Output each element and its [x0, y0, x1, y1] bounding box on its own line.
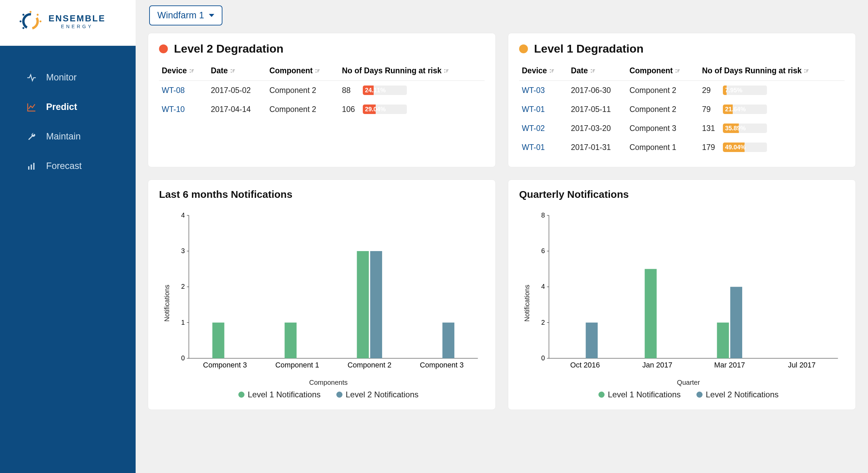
cell-component: Component 1 [627, 138, 699, 157]
svg-point-6 [20, 20, 22, 22]
brand-logo: ENSEMBLE ENERGY [0, 0, 136, 46]
sort-icon [315, 67, 320, 76]
nav-item-predict[interactable]: Predict [0, 92, 136, 122]
status-dot-orange [519, 44, 528, 53]
caret-down-icon [209, 14, 214, 17]
nav-label: Maintain [46, 131, 81, 142]
table-row[interactable]: WT-012017-01-31Component 117949.04% [519, 138, 845, 157]
nav-item-forecast[interactable]: Forecast [0, 151, 136, 181]
chart-bar [357, 251, 369, 358]
six-months-chart-card: Last 6 months Notifications Notification… [148, 179, 496, 410]
cell-device: WT-10 [159, 100, 208, 119]
svg-text:Jan 2017: Jan 2017 [642, 361, 672, 370]
cell-risk: 7921.64% [699, 100, 845, 119]
svg-text:Component 3: Component 3 [420, 361, 463, 370]
card-title: Level 2 Degradation [174, 42, 283, 55]
svg-text:0: 0 [181, 354, 185, 362]
table-row[interactable]: WT-082017-05-02Component 28824.11% [159, 81, 485, 100]
legend-dot-steel [696, 392, 703, 398]
windfarm-selector[interactable]: Windfarm 1 [149, 5, 222, 25]
svg-point-5 [22, 27, 24, 29]
column-header-component[interactable]: Component [627, 61, 699, 81]
nav-item-monitor[interactable]: Monitor [0, 63, 136, 92]
svg-text:0: 0 [541, 354, 545, 362]
table-row[interactable]: WT-102017-04-14Component 210629.04% [159, 100, 485, 119]
card-title: Level 1 Degradation [534, 42, 644, 55]
quarterly-chart-card: Quarterly Notifications Notifications 02… [508, 179, 856, 410]
chart-bar [370, 251, 382, 358]
svg-text:Component 1: Component 1 [275, 361, 319, 370]
nav-label: Monitor [46, 72, 77, 83]
risk-bar: 35.89% [723, 124, 767, 133]
table-row[interactable]: WT-032017-06-30Component 2297.95% [519, 81, 845, 100]
line-chart-icon [26, 102, 37, 112]
table-row[interactable]: WT-022017-03-20Component 313135.89% [519, 119, 845, 138]
column-header-date[interactable]: Date [208, 61, 267, 81]
bar-chart-icon [26, 161, 37, 171]
cell-risk: 17949.04% [699, 138, 845, 157]
legend-dot-green [598, 392, 605, 398]
svg-text:4: 4 [541, 283, 545, 290]
column-header-risk[interactable]: No of Days Running at risk [339, 61, 485, 81]
legend-item-level1: Level 1 Notifications [598, 390, 681, 399]
activity-icon [26, 73, 37, 83]
chart-legend: Level 1 Notifications Level 2 Notificati… [532, 390, 845, 399]
cell-date: 2017-04-14 [208, 100, 267, 119]
cell-date: 2017-06-30 [568, 81, 627, 100]
svg-text:Oct 2016: Oct 2016 [570, 361, 600, 370]
risk-bar: 7.95% [723, 86, 767, 95]
column-header-risk[interactable]: No of Days Running at risk [699, 61, 845, 81]
svg-text:Jul 2017: Jul 2017 [788, 361, 815, 370]
column-header-device[interactable]: Device [519, 61, 568, 81]
level1-degradation-card: Level 1 Degradation DeviceDateComponentN… [508, 33, 856, 167]
risk-bar: 29.04% [363, 105, 407, 114]
svg-point-3 [37, 14, 39, 16]
sort-icon [590, 67, 595, 76]
nav-item-maintain[interactable]: Maintain [0, 122, 136, 151]
cell-device: WT-02 [519, 119, 568, 138]
chart-bar [212, 323, 224, 358]
cell-component: Component 2 [627, 81, 699, 100]
svg-text:4: 4 [181, 211, 185, 219]
cell-component: Component 2 [267, 81, 339, 100]
chart-bar [645, 269, 656, 358]
logo-icon [19, 10, 42, 33]
cell-device: WT-08 [159, 81, 208, 100]
cell-component: Component 3 [627, 119, 699, 138]
chart-title: Last 6 months Notifications [159, 189, 485, 200]
legend-dot-green [238, 392, 244, 398]
column-header-date[interactable]: Date [568, 61, 627, 81]
svg-text:Mar 2017: Mar 2017 [714, 361, 745, 370]
chart-x-axis-label: Quarter [532, 379, 845, 386]
svg-rect-9 [31, 165, 32, 170]
brand-text: ENSEMBLE ENERGY [48, 14, 105, 29]
chart-x-axis-label: Components [172, 379, 485, 386]
table-row[interactable]: WT-012017-05-11Component 27921.64% [519, 100, 845, 119]
chart-y-axis-label: Notifications [522, 207, 532, 399]
cell-device: WT-01 [519, 138, 568, 157]
main-nav: MonitorPredictMaintainForecast [0, 46, 136, 473]
cell-risk: 10629.04% [339, 100, 485, 119]
chart-bar [284, 323, 296, 358]
sort-icon [675, 67, 680, 76]
svg-rect-10 [33, 163, 35, 170]
svg-text:Component 3: Component 3 [203, 361, 247, 370]
sidebar: ENSEMBLE ENERGY MonitorPredictMaintainFo… [0, 0, 136, 473]
column-header-device[interactable]: Device [159, 61, 208, 81]
cell-device: WT-03 [519, 81, 568, 100]
svg-point-7 [22, 14, 24, 16]
column-header-component[interactable]: Component [267, 61, 339, 81]
svg-text:Component 2: Component 2 [348, 361, 391, 370]
svg-text:2: 2 [181, 283, 185, 290]
nav-label: Predict [46, 102, 77, 112]
chart-bar [717, 323, 729, 358]
sort-icon [189, 67, 194, 76]
svg-point-4 [40, 20, 42, 22]
cell-risk: 13135.89% [699, 119, 845, 138]
quarterly-chart: 02468Oct 2016Jan 2017Mar 2017Jul 2017 [532, 207, 845, 377]
status-dot-red [159, 44, 168, 53]
chart-bar [586, 323, 598, 358]
cell-risk: 297.95% [699, 81, 845, 100]
level2-degradation-card: Level 2 Degradation DeviceDateComponentN… [148, 33, 496, 167]
level1-table: DeviceDateComponentNo of Days Running at… [519, 61, 845, 157]
